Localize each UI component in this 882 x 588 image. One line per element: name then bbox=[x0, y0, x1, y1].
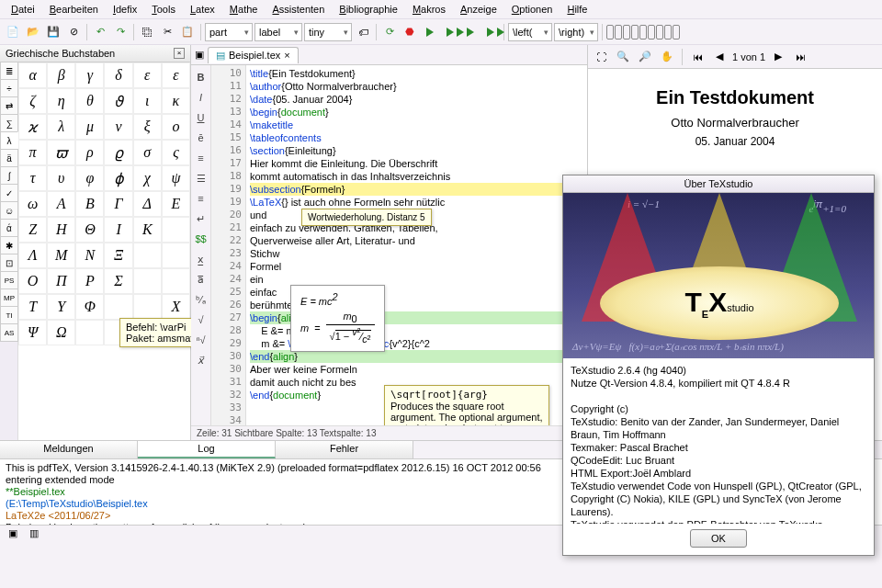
underline-icon[interactable]: U bbox=[193, 109, 209, 126]
symbol-cell[interactable]: ξ bbox=[133, 114, 162, 140]
run-icon[interactable] bbox=[421, 23, 439, 41]
symtab-8[interactable]: ☺ bbox=[0, 201, 18, 220]
fontsize-combo[interactable]: tiny bbox=[304, 23, 352, 41]
copy-icon[interactable]: ⿻ bbox=[138, 23, 156, 41]
build-icon[interactable]: ⟳ bbox=[380, 23, 399, 41]
sub-icon[interactable]: x̲ bbox=[193, 251, 209, 267]
align-right-icon[interactable]: ≡ bbox=[193, 190, 209, 207]
symbol-cell[interactable] bbox=[75, 320, 104, 345]
menu-optionen[interactable]: Optionen bbox=[506, 2, 559, 17]
footer-btn1[interactable]: ▣ bbox=[4, 525, 22, 543]
symbol-cell[interactable]: Τ bbox=[18, 294, 47, 320]
symbol-cell[interactable]: Σ bbox=[104, 268, 132, 294]
run-alt-icon[interactable] bbox=[461, 23, 480, 41]
symbol-cell[interactable]: ϰ bbox=[18, 114, 47, 140]
emph-icon[interactable]: ē bbox=[193, 130, 209, 146]
menu-latex[interactable]: Latex bbox=[185, 2, 220, 17]
tab-expand-icon[interactable]: ▣ bbox=[195, 49, 204, 61]
symbol-cell[interactable]: Ο bbox=[18, 268, 47, 294]
symbol-cell[interactable] bbox=[133, 243, 162, 268]
symbol-cell[interactable]: ν bbox=[104, 114, 132, 140]
symbol-cell[interactable]: Χ bbox=[162, 294, 190, 320]
tab-fehler[interactable]: Fehler bbox=[276, 441, 413, 458]
symbol-cell[interactable]: θ bbox=[75, 88, 104, 114]
symbol-cell[interactable]: Η bbox=[47, 217, 75, 243]
symbol-cell[interactable]: Ρ bbox=[75, 268, 104, 294]
symbol-cell[interactable]: χ bbox=[133, 165, 162, 191]
symbol-cell[interactable]: ϖ bbox=[47, 140, 75, 165]
symbol-cell[interactable]: υ bbox=[47, 165, 75, 191]
symbol-cell[interactable]: φ bbox=[75, 165, 104, 191]
paste-icon[interactable]: 📋 bbox=[178, 23, 197, 41]
symtab-13[interactable]: MP bbox=[0, 288, 18, 307]
symbol-cell[interactable]: Ω bbox=[47, 320, 75, 345]
prev-zoom-fit-icon[interactable]: ⛶ bbox=[592, 48, 610, 66]
symtab-greek[interactable]: λ bbox=[0, 131, 18, 150]
symbol-cell[interactable]: Δ bbox=[133, 191, 162, 217]
symbol-cell[interactable]: ς bbox=[162, 140, 190, 165]
symbol-cell[interactable]: κ bbox=[162, 88, 190, 114]
symtab-9[interactable]: ά bbox=[0, 219, 18, 237]
new-file-icon[interactable]: 📄 bbox=[4, 23, 22, 41]
stop-icon[interactable]: ⬣ bbox=[401, 23, 419, 41]
bold-icon[interactable]: B bbox=[193, 69, 209, 85]
label-combo[interactable]: label bbox=[254, 23, 302, 41]
run-alt2-icon[interactable] bbox=[481, 23, 500, 41]
symbol-cell[interactable]: ϑ bbox=[104, 88, 132, 114]
ref-icon[interactable]: 🏷 bbox=[354, 23, 372, 41]
symbol-cell[interactable]: α bbox=[18, 62, 47, 88]
symbol-cell[interactable]: μ bbox=[75, 114, 104, 140]
dollar-icon[interactable]: $$ bbox=[193, 231, 209, 247]
left-delim-combo[interactable]: \left( bbox=[508, 23, 552, 41]
newline-icon[interactable]: ↵ bbox=[193, 210, 209, 227]
align-center-icon[interactable]: ☰ bbox=[193, 170, 209, 187]
symbol-cell[interactable]: β bbox=[47, 62, 75, 88]
symtab-14[interactable]: TI bbox=[0, 306, 18, 324]
prev-tool1-icon[interactable]: 🔎 bbox=[636, 48, 654, 66]
menu-assistenten[interactable]: Assistenten bbox=[266, 2, 330, 17]
symbol-cell[interactable]: Λ bbox=[18, 243, 47, 268]
undo-icon[interactable]: ↶ bbox=[91, 23, 109, 41]
right-delim-combo[interactable]: \right) bbox=[554, 23, 598, 41]
menu-tools[interactable]: Tools bbox=[146, 2, 181, 17]
symbol-cell[interactable]: Γ bbox=[104, 191, 132, 217]
symbol-cell[interactable]: τ bbox=[18, 165, 47, 191]
save-icon[interactable]: 💾 bbox=[44, 23, 62, 41]
symbol-cell[interactable]: Ι bbox=[104, 217, 132, 243]
symbol-cell[interactable]: ρ bbox=[75, 140, 104, 165]
menu-datei[interactable]: Datei bbox=[6, 2, 40, 17]
sup-icon[interactable]: a̅ bbox=[193, 271, 209, 288]
menu-hilfe[interactable]: Hilfe bbox=[561, 2, 593, 17]
symbol-cell[interactable]: σ bbox=[133, 140, 162, 165]
symtab-0[interactable]: ≣ bbox=[0, 62, 18, 80]
menu-bearbeiten[interactable]: Bearbeiten bbox=[44, 2, 104, 17]
symbol-cell[interactable]: γ bbox=[75, 62, 104, 88]
frac-icon[interactable]: ᵇ⁄ₐ bbox=[193, 291, 209, 308]
symbol-cell[interactable]: Μ bbox=[47, 243, 75, 268]
symbol-cell[interactable] bbox=[104, 294, 132, 320]
sqrtn-icon[interactable]: ⁿ√ bbox=[193, 332, 209, 348]
italic-icon[interactable]: I bbox=[193, 89, 209, 106]
symbol-cell[interactable] bbox=[162, 243, 190, 268]
symbol-cell[interactable] bbox=[133, 294, 162, 320]
prev-back-icon[interactable]: ◀ bbox=[710, 48, 729, 66]
tab-close-icon[interactable]: × bbox=[284, 50, 289, 61]
document-tab[interactable]: ▤Beispiel.tex× bbox=[208, 47, 299, 63]
redo-icon[interactable]: ↷ bbox=[111, 23, 130, 41]
symtab-3[interactable]: ∑ bbox=[0, 114, 18, 132]
close-icon[interactable]: ⊘ bbox=[64, 23, 83, 41]
prev-zoom-icon[interactable]: 🔍 bbox=[614, 48, 632, 66]
symbol-cell[interactable]: Β bbox=[75, 191, 104, 217]
symbol-cell[interactable]: ε bbox=[133, 62, 162, 88]
symbol-cell[interactable]: Κ bbox=[133, 217, 162, 243]
symbol-cell[interactable]: Θ bbox=[75, 217, 104, 243]
menu-mathe[interactable]: Mathe bbox=[224, 2, 264, 17]
symtab-2[interactable]: ⇄ bbox=[0, 96, 18, 115]
symbol-cell[interactable]: η bbox=[47, 88, 75, 114]
symbol-cell[interactable] bbox=[162, 268, 190, 294]
symbol-cell[interactable]: ϕ bbox=[104, 165, 132, 191]
symbol-cell[interactable]: π bbox=[18, 140, 47, 165]
code-editor[interactable]: \title{Ein Testdokument}\author{Otto Nor… bbox=[246, 65, 587, 425]
symtab-12[interactable]: PS bbox=[0, 271, 18, 289]
symbol-cell[interactable]: ϱ bbox=[104, 140, 132, 165]
